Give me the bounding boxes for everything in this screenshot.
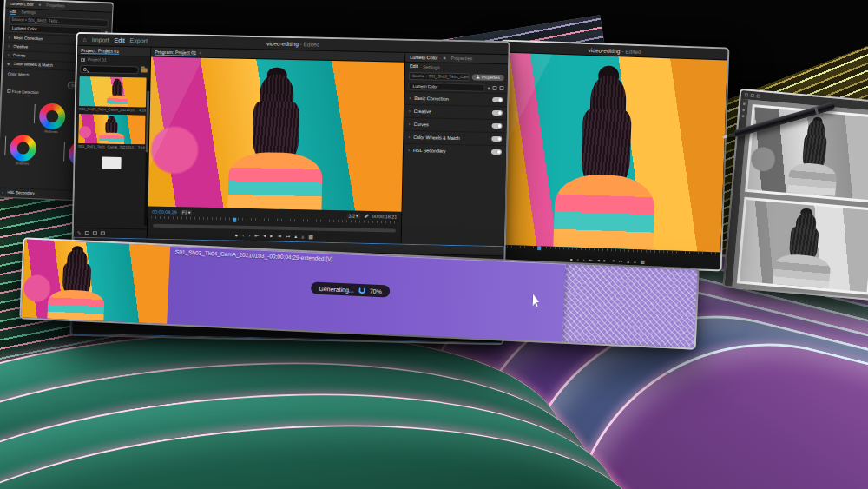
compare-icon[interactable] xyxy=(499,86,503,90)
playback-resolution-select[interactable]: 1/2 ▾ xyxy=(347,213,360,218)
storyboard-frame-1[interactable] xyxy=(745,104,868,202)
chevron-right-icon: › xyxy=(408,135,410,140)
export-frame-button[interactable]: ▦ xyxy=(308,233,313,239)
subtab-settings[interactable]: Settings xyxy=(423,64,440,69)
asset-item[interactable]: S01_Sh01_Tk01_CamB_2021010… 3;18 xyxy=(78,114,146,150)
search-icon xyxy=(83,67,87,70)
highlights-slider[interactable] xyxy=(63,142,65,161)
list-view-icon[interactable] xyxy=(84,231,89,235)
go-to-in-button[interactable]: ⇤ xyxy=(254,232,259,238)
shadows-color-wheel[interactable] xyxy=(10,134,36,161)
tool-icon[interactable] xyxy=(757,94,760,97)
mark-out-button[interactable]: › xyxy=(583,256,585,261)
midtones-label: Midtones xyxy=(34,129,69,135)
marker-button[interactable]: ● xyxy=(569,256,572,261)
asset-duration: 4;29 xyxy=(139,108,146,112)
properties-pill-button[interactable]: Properties xyxy=(472,74,504,81)
shadows-label: Shadows xyxy=(4,161,39,166)
title-text: video-editing xyxy=(589,47,621,54)
play-button[interactable]: ▸ xyxy=(270,233,273,239)
current-timecode[interactable]: 00;00;04;29 xyxy=(152,208,177,215)
tab-lumetri-color[interactable]: Lumetri Color xyxy=(10,1,34,6)
figure xyxy=(98,116,125,144)
mark-in-button[interactable]: ‹ xyxy=(242,232,244,237)
subtab-edit[interactable]: Edit xyxy=(10,9,16,14)
tab-properties[interactable]: Properties xyxy=(451,56,473,62)
shadows-slider[interactable] xyxy=(4,135,6,155)
bin-card[interactable] xyxy=(102,156,121,169)
section-toggle[interactable] xyxy=(492,97,503,102)
grid-view-icon xyxy=(81,57,85,61)
asset-thumbnail xyxy=(79,76,147,108)
new-item-icon[interactable] xyxy=(100,231,104,235)
storyboard-frame-2[interactable] xyxy=(737,196,868,294)
preset-select[interactable]: Lumetri Color xyxy=(408,82,484,91)
section-toggle[interactable] xyxy=(491,136,502,142)
tab-lumetri-color[interactable]: Lumetri Color xyxy=(410,55,437,61)
chevron-down-icon[interactable]: ▾ xyxy=(487,84,490,90)
tab-project[interactable]: Project: Project 01 xyxy=(81,47,119,54)
chevron-right-icon: › xyxy=(2,189,3,195)
lift-button[interactable]: ▴ xyxy=(294,233,297,239)
subtab-settings[interactable]: Settings xyxy=(22,10,36,15)
extract-button[interactable]: ▵ xyxy=(301,233,304,239)
icon-view-icon[interactable] xyxy=(92,231,96,235)
chevron-right-icon: › xyxy=(8,43,10,49)
marker-button[interactable]: ● xyxy=(235,232,239,237)
settings-wrench-icon[interactable] xyxy=(364,214,369,218)
tool-icon[interactable] xyxy=(751,94,754,97)
new-bin-icon[interactable] xyxy=(141,68,148,72)
go-to-out-button[interactable]: ⇥ xyxy=(610,258,615,263)
section-toggle[interactable] xyxy=(491,123,502,129)
mouse-cursor-icon xyxy=(532,294,542,307)
face-detection-checkbox[interactable] xyxy=(7,89,10,93)
panel-menu-icon[interactable]: ≡ xyxy=(39,3,42,7)
tool-icon[interactable] xyxy=(743,102,746,105)
tab-properties[interactable]: Properties xyxy=(46,3,64,8)
step-back-button[interactable]: ◂ xyxy=(263,232,266,238)
figure-torso xyxy=(788,162,838,196)
mark-out-button[interactable]: › xyxy=(248,233,250,238)
tool-icon[interactable] xyxy=(742,115,745,117)
search-input[interactable] xyxy=(80,65,139,74)
project-panel: Project: Project 01 Project 01 xyxy=(74,46,151,239)
extract-button[interactable]: ▵ xyxy=(634,258,636,263)
resolution-value: 1/2 xyxy=(349,213,356,218)
tool-icon[interactable] xyxy=(742,109,745,111)
progress-percent: 70% xyxy=(370,287,382,294)
play-button[interactable]: ▸ xyxy=(604,257,607,262)
source-clip-field[interactable]: Source • S01_Sh03_Tk04_CamA… xyxy=(409,71,470,80)
lift-button[interactable]: ▴ xyxy=(627,258,629,263)
figure xyxy=(44,244,108,321)
playhead[interactable] xyxy=(537,246,541,250)
tab-program[interactable]: Program: Project 01 xyxy=(155,49,196,56)
zoom-select[interactable]: Fit ▾ xyxy=(181,209,193,215)
midtones-slider[interactable] xyxy=(33,104,35,123)
section-toggle[interactable] xyxy=(491,149,502,155)
export-frame-button[interactable]: ▦ xyxy=(641,259,645,264)
playhead[interactable] xyxy=(233,218,236,222)
program-monitor-panel: Program: Project 01 × xyxy=(148,48,405,244)
panel-menu-icon[interactable]: ≡ xyxy=(443,56,445,61)
loop-button[interactable]: ↦ xyxy=(619,258,623,263)
go-to-out-button[interactable]: ⇥ xyxy=(277,233,281,239)
go-to-in-button[interactable]: ⇤ xyxy=(589,257,593,262)
chevron-down-icon: ▾ xyxy=(356,213,358,218)
figure-torso xyxy=(228,151,323,210)
asset-item[interactable]: S01_Sh03_Tk04_CamA_2021010… 4;29 xyxy=(79,76,147,113)
subtab-edit[interactable]: Edit xyxy=(410,63,418,69)
midtones-color-wheel[interactable] xyxy=(38,102,65,129)
loop-button[interactable]: ↦ xyxy=(286,233,290,239)
edit-icon[interactable]: ✎ xyxy=(77,230,82,235)
figure xyxy=(786,115,843,197)
section-toggle[interactable] xyxy=(492,110,503,116)
chevron-right-icon: › xyxy=(408,148,410,153)
tool-icon[interactable] xyxy=(745,93,748,96)
program-monitor xyxy=(495,53,727,253)
close-icon[interactable]: × xyxy=(199,50,201,56)
step-back-button[interactable]: ◂ xyxy=(597,257,600,262)
figure-torso xyxy=(107,96,128,107)
mark-in-button[interactable]: ‹ xyxy=(577,256,579,261)
fx-icon[interactable] xyxy=(492,85,496,89)
clip-thumbnail xyxy=(21,239,170,324)
